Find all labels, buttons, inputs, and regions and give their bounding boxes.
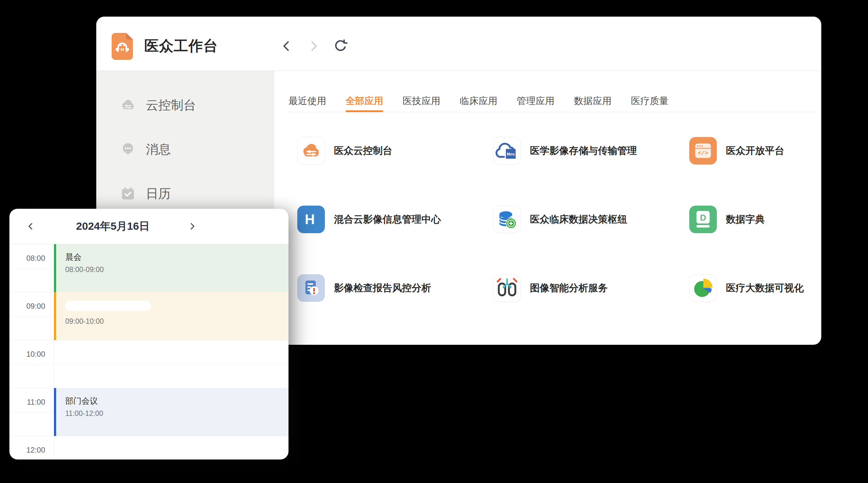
svg-text:H: H (305, 212, 315, 227)
calendar-event-department-meeting[interactable]: 部门会议 11:00-12:00 (54, 388, 288, 436)
calendar-date-title: 2024年5月16日 (39, 209, 187, 244)
app-medical-image-pacs[interactable]: Mos 医学影像存储与传输管理 (493, 137, 689, 165)
calendar-check-icon (121, 186, 135, 201)
calendar-day-view: 08:00 09:00 10:00 11:00 12:00 晨会 08:00-0… (9, 244, 288, 459)
tab-management-apps[interactable]: 管理应用 (517, 71, 554, 112)
chevron-right-icon (188, 222, 197, 231)
app-label: 医众云控制台 (334, 144, 392, 157)
nav-back-button[interactable] (280, 39, 293, 53)
event-time: 08:00-09:00 (65, 265, 288, 274)
report-alert-icon (297, 274, 325, 302)
sidebar-item-label: 日历 (146, 185, 171, 202)
desktop-background: 医众工作台 (0, 0, 868, 483)
svg-text:D: D (700, 213, 706, 223)
event-title: 部门会议 (65, 396, 288, 406)
mos-cloud-icon: Mos (493, 137, 521, 165)
time-label: 12:00 (9, 446, 45, 454)
app-title: 医众工作台 (144, 36, 218, 56)
app-big-data-visualization[interactable]: 医疗大数据可视化 (689, 274, 821, 302)
event-time: 11:00-12:00 (65, 409, 288, 418)
app-open-platform[interactable]: </> 医众开放平台 (689, 137, 821, 165)
code-window-icon: </> (689, 137, 717, 165)
app-report-risk-analysis[interactable]: 影像检查报告风控分析 (297, 274, 493, 302)
h-square-icon: H (297, 205, 325, 233)
refresh-icon (334, 39, 347, 53)
nav-forward-button[interactable] (307, 39, 320, 53)
sidebar-item-label: 云控制台 (146, 97, 196, 114)
app-grid: 医众云控制台 Mos 医学影像存储与传输管理 (297, 137, 821, 343)
tab-data-apps[interactable]: 数据应用 (574, 71, 612, 112)
time-label: 11:00 (9, 398, 45, 407)
app-clinical-data-hub[interactable]: 医众临床数据决策枢纽 (493, 205, 689, 233)
sidebar-item-messages[interactable]: 消息 (121, 138, 274, 160)
database-plus-icon (493, 205, 521, 233)
svg-text:</>: </> (698, 150, 708, 156)
dictionary-book-icon: D (689, 205, 717, 233)
app-label: 医众临床数据决策枢纽 (530, 213, 627, 226)
time-label: 10:00 (9, 350, 45, 359)
app-data-dictionary[interactable]: D 数据字典 (689, 205, 821, 233)
message-bubble-icon (121, 142, 135, 156)
app-label: 影像检查报告风控分析 (334, 282, 431, 295)
calendar-next-day-button[interactable] (183, 209, 201, 244)
hour-row-12: 12:00 (9, 436, 288, 459)
app-hybrid-cloud-imaging[interactable]: H 混合云影像信息管理中心 (297, 205, 493, 233)
sidebar-item-cloud-console[interactable]: 云控制台 (121, 94, 274, 116)
tab-clinical-apps[interactable]: 临床应用 (460, 71, 497, 112)
event-title: 晨会 (65, 252, 288, 262)
app-label: 数据字典 (726, 213, 765, 226)
tab-medical-quality[interactable]: 医疗质量 (631, 71, 669, 112)
nav-button-group (280, 17, 347, 70)
tab-bar: 最近使用 全部应用 医技应用 临床应用 管理应用 数据应用 医疗质量 (288, 71, 821, 112)
app-label: 图像智能分析服务 (530, 282, 608, 295)
pie-chart-icon (689, 274, 717, 302)
redacted-title-pill (65, 301, 151, 311)
sidebar-item-calendar[interactable]: 日历 (121, 183, 274, 204)
window-header: 医众工作台 (96, 17, 821, 71)
hour-row-10: 10:00 (9, 340, 288, 388)
chevron-right-icon (307, 40, 320, 52)
app-label: 医学影像存储与传输管理 (530, 144, 637, 157)
calendar-event-morning-meeting[interactable]: 晨会 08:00-09:00 (54, 244, 288, 292)
calendar-header: 2024年5月16日 (9, 209, 288, 244)
cloud-sliders-icon (297, 137, 325, 165)
chevron-left-icon (280, 40, 293, 52)
lungs-icon (493, 274, 521, 302)
main-content: 最近使用 全部应用 医技应用 临床应用 管理应用 数据应用 医疗质量 (274, 71, 821, 345)
app-cloud-console[interactable]: 医众云控制台 (297, 137, 493, 165)
tab-medtech-apps[interactable]: 医技应用 (403, 71, 440, 112)
app-image-ai-analysis[interactable]: 图像智能分析服务 (493, 274, 689, 302)
svg-text:Mos: Mos (507, 152, 515, 156)
app-label: 医众开放平台 (726, 144, 784, 157)
tab-recent[interactable]: 最近使用 (288, 71, 326, 112)
calendar-panel: 2024年5月16日 08:00 09:00 10:00 11:00 1 (9, 209, 288, 459)
app-label: 医疗大数据可视化 (726, 282, 804, 295)
time-label: 09:00 (9, 302, 45, 311)
time-label: 08:00 (9, 254, 45, 263)
event-time: 09:00-10:00 (65, 317, 288, 326)
calendar-prev-day-button[interactable] (22, 209, 39, 244)
app-logo-icon (112, 33, 133, 59)
sidebar-item-label: 消息 (146, 141, 171, 158)
tab-all-apps[interactable]: 全部应用 (346, 71, 383, 112)
chevron-left-icon (26, 222, 35, 231)
cloud-console-icon (121, 98, 135, 112)
app-label: 混合云影像信息管理中心 (334, 213, 441, 226)
calendar-event-redacted[interactable]: 09:00-10:00 (54, 292, 288, 340)
nav-refresh-button[interactable] (334, 39, 347, 53)
